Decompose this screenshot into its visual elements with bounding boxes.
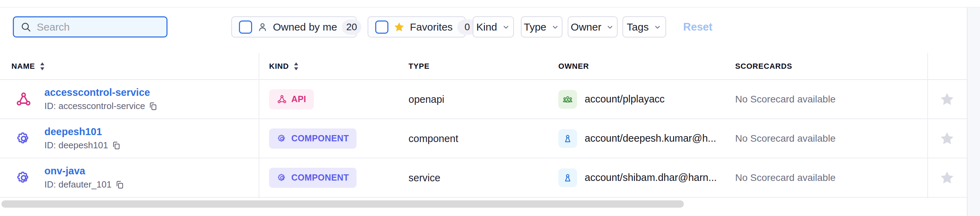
type-dropdown-label: Type [523, 21, 546, 33]
table-row[interactable]: onv-java ID: defauter_101 COMPON [0, 158, 967, 198]
column-header-kind[interactable]: KIND [269, 53, 299, 80]
kind-badge-label: API [291, 94, 306, 104]
owner-value: account/deepesh.kumar@h... [585, 133, 716, 144]
group-icon [558, 90, 577, 109]
tags-dropdown[interactable]: Tags [622, 16, 666, 37]
type-value: component [409, 133, 458, 144]
owner-cell: account/deepesh.kumar@h... [558, 129, 716, 148]
column-header-type: TYPE [409, 53, 430, 80]
kind-dropdown[interactable]: Kind [473, 16, 514, 37]
copy-icon[interactable] [148, 102, 158, 111]
owner-dropdown-label: Owner [571, 21, 601, 33]
gear-icon [15, 130, 32, 147]
catalog-page: Owned by me 20 Favorites 0 Kind Type [0, 0, 980, 216]
scorecards-value: No Scorecard available [735, 133, 836, 144]
entity-name-link[interactable]: deepesh101 [45, 125, 121, 138]
api-icon [277, 94, 287, 104]
gear-icon [15, 170, 32, 186]
entity-id: ID: deepesh101 [45, 140, 108, 151]
chevron-down-icon [653, 22, 662, 32]
favorite-star-button[interactable] [939, 131, 955, 147]
search-icon [20, 21, 32, 33]
owned-by-me-label: Owned by me [273, 21, 337, 33]
kind-badge: COMPONENT [269, 168, 356, 188]
star-column-divider [927, 53, 928, 198]
horizontal-scrollbar-thumb[interactable] [2, 200, 684, 208]
filter-bar: Owned by me 20 Favorites 0 Kind Type [0, 8, 967, 53]
scorecards-value: No Scorecard available [735, 172, 836, 183]
column-header-name[interactable]: NAME [11, 53, 45, 80]
kind-badge-label: COMPONENT [291, 173, 349, 182]
type-dropdown[interactable]: Type [521, 16, 563, 37]
owned-by-me-count: 20 [342, 19, 361, 35]
reset-button[interactable]: Reset [683, 16, 712, 37]
kind-badge: COMPONENT [269, 128, 356, 149]
copy-icon[interactable] [112, 141, 121, 150]
owner-value: account/plplayacc [585, 93, 665, 105]
kind-dropdown-label: Kind [476, 21, 497, 33]
table-header: NAME KIND TYPE OWNER SCORECARDS [0, 53, 967, 80]
copy-icon[interactable] [115, 180, 124, 189]
entity-name-block: deepesh101 ID: deepesh101 [45, 125, 121, 151]
star-icon [393, 21, 405, 33]
person-icon [558, 168, 577, 187]
type-value: service [409, 172, 441, 183]
entity-name-link[interactable]: onv-java [45, 165, 124, 177]
column-header-owner: OWNER [558, 53, 589, 80]
top-strip [0, 0, 980, 8]
owned-by-me-checkbox[interactable] [239, 21, 252, 34]
chevron-down-icon [551, 22, 560, 32]
catalog-table: NAME KIND TYPE OWNER SCORECARDS [0, 53, 967, 198]
column-header-name-label: NAME [11, 62, 35, 71]
entity-name-link[interactable]: accesscontrol-service [45, 86, 158, 99]
column-header-kind-label: KIND [269, 62, 289, 71]
kind-badge-label: COMPONENT [291, 133, 349, 143]
chevron-down-icon [606, 22, 614, 32]
tags-dropdown-label: Tags [627, 21, 649, 33]
kind-badge: API [269, 89, 314, 109]
entity-id: ID: defauter_101 [45, 179, 112, 190]
owner-value: account/shibam.dhar@harn... [585, 172, 717, 183]
favorites-checkbox[interactable] [375, 21, 388, 34]
gear-icon [277, 173, 287, 183]
search-box [13, 16, 167, 37]
entity-name-block: accesscontrol-service ID: accesscontrol-… [45, 86, 158, 112]
entity-id: ID: accesscontrol-service [45, 101, 145, 112]
favorites-filter[interactable]: Favorites 0 [368, 16, 466, 37]
scorecards-value: No Scorecard available [735, 94, 836, 105]
name-column-divider [259, 53, 259, 198]
favorite-star-button[interactable] [939, 91, 955, 107]
entity-name-block: onv-java ID: defauter_101 [45, 165, 124, 190]
table-row[interactable]: accesscontrol-service ID: accesscontrol-… [0, 80, 967, 119]
favorite-star-button[interactable] [939, 170, 955, 186]
person-icon [558, 129, 577, 148]
gear-icon [277, 133, 287, 144]
table-row[interactable]: deepesh101 ID: deepesh101 COMPON [0, 119, 967, 158]
favorites-label: Favorites [410, 21, 453, 33]
sort-icon [293, 62, 299, 71]
column-header-scorecards: SCORECARDS [735, 53, 792, 80]
sort-icon [39, 62, 45, 71]
owner-dropdown[interactable]: Owner [568, 16, 617, 37]
type-value: openapi [409, 93, 444, 105]
owned-by-me-filter[interactable]: Owned by me 20 [231, 16, 357, 37]
api-icon [15, 91, 32, 108]
search-input[interactable] [37, 21, 170, 33]
owner-cell: account/plplayacc [558, 90, 665, 109]
user-icon [257, 22, 268, 33]
owner-cell: account/shibam.dhar@harn... [558, 168, 717, 187]
right-gutter [967, 8, 980, 216]
chevron-down-icon [501, 22, 511, 32]
